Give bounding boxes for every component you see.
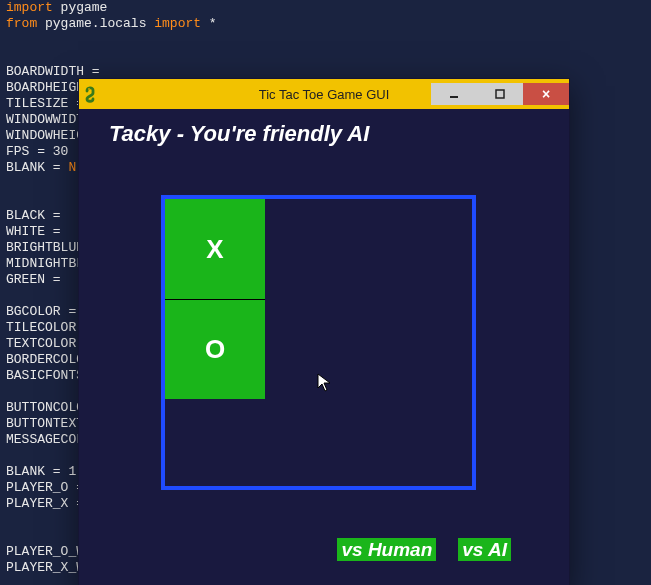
vs-human-button[interactable]: vs Human [337,538,436,561]
code-line: from pygame.locals import * [6,16,645,32]
board-cell-0-0[interactable]: X [165,199,265,299]
game-window: Tic Tac Toe Game GUI × Tacky - You're fr… [78,78,570,585]
game-client-area: Tacky - You're friendly AI X O vs Human … [79,109,569,585]
titlebar[interactable]: Tic Tac Toe Game GUI × [79,79,569,109]
window-title: Tic Tac Toe Game GUI [79,87,569,102]
game-board: X O [161,195,476,490]
code-line: import pygame [6,0,645,16]
board-cell-1-0[interactable]: O [165,299,265,399]
code-line [6,48,645,64]
code-line [6,32,645,48]
vs-ai-button[interactable]: vs AI [458,538,511,561]
mode-buttons: vs Human vs AI [337,538,511,561]
game-heading: Tacky - You're friendly AI [109,121,369,147]
